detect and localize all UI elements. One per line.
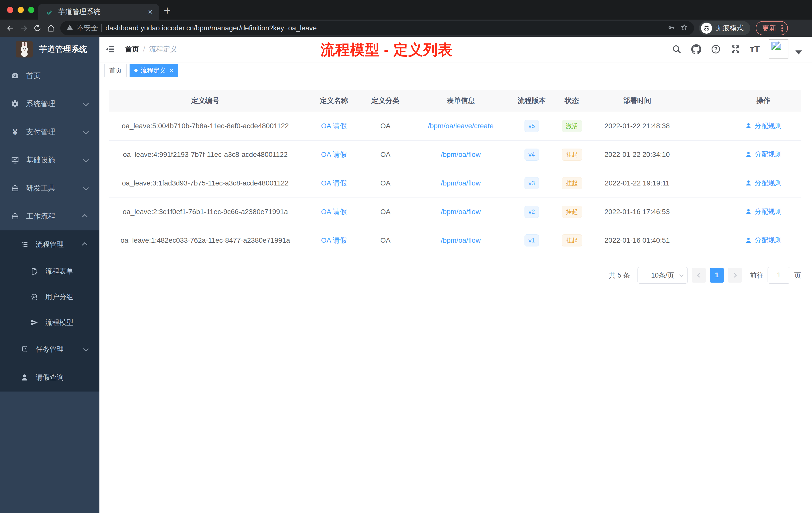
github-icon[interactable]: [691, 44, 701, 55]
sidebar-item-label: 支付管理: [26, 127, 55, 137]
sidebar-item-0[interactable]: 首页: [0, 62, 99, 90]
assign-user-icon: [745, 179, 752, 186]
assign-rule-link[interactable]: 分配规则: [745, 236, 782, 245]
avatar-dropdown-caret-icon[interactable]: [795, 51, 802, 55]
page-size-select[interactable]: 10条/页: [638, 267, 688, 283]
window-controls[interactable]: [7, 7, 34, 13]
assign-user-icon: [745, 237, 752, 244]
minimize-window-button[interactable]: [18, 7, 24, 13]
prev-page-button[interactable]: [692, 268, 706, 282]
sidebar-item-2[interactable]: ¥支付管理: [0, 118, 99, 146]
definition-category: OA: [380, 236, 390, 244]
sidebar-item-7[interactable]: 流程表单: [0, 259, 99, 284]
page-goto-input[interactable]: [767, 267, 790, 283]
sidebar-item-8[interactable]: 用户分组: [0, 284, 99, 310]
browser-menu-icon[interactable]: [781, 25, 783, 32]
user-icon: [20, 373, 29, 382]
definition-name-link[interactable]: OA 请假: [321, 151, 347, 158]
sidebar-item-3[interactable]: 基础设施: [0, 146, 99, 174]
status-badge: 激活: [562, 120, 582, 132]
table-row: oa_leave:3:1fad3d93-7b75-11ec-a3c8-acde4…: [109, 169, 801, 198]
assign-rule-label: 分配规则: [754, 121, 782, 130]
omnibox-divider: [102, 24, 102, 32]
assign-user-icon: [745, 151, 752, 158]
definition-category: OA: [380, 179, 390, 187]
definition-name-link[interactable]: OA 请假: [321, 179, 347, 187]
tag-home[interactable]: 首页: [105, 64, 126, 77]
sidebar-item-label: 流程管理: [36, 240, 64, 249]
address-bar[interactable]: 不安全 dashboard.yudao.iocoder.cn/bpm/manag…: [60, 21, 694, 35]
fullscreen-icon[interactable]: [730, 44, 741, 55]
deploy-time: 2022-01-22 20:34:10: [605, 151, 670, 158]
table-row: oa_leave:4:991f2193-7b7f-11ec-a3c8-acde4…: [109, 140, 801, 169]
tag-close-icon[interactable]: ×: [170, 67, 173, 74]
sidebar-item-9[interactable]: 流程模型: [0, 310, 99, 335]
assign-rule-label: 分配规则: [754, 178, 782, 187]
chevron-left-icon: [697, 273, 701, 277]
definition-name-link[interactable]: OA 请假: [321, 122, 347, 130]
assign-rule-label: 分配规则: [754, 207, 782, 216]
tag-process-definition[interactable]: 流程定义 ×: [129, 64, 178, 77]
assign-rule-link[interactable]: 分配规则: [745, 178, 782, 187]
definition-name-link[interactable]: OA 请假: [321, 236, 347, 244]
form-link[interactable]: /bpm/oa/flow: [441, 208, 481, 216]
app-title: 芋道管理系统: [39, 44, 87, 55]
assign-rule-link[interactable]: 分配规则: [745, 150, 782, 159]
sidebar-item-5[interactable]: 工作流程: [0, 202, 99, 231]
active-tag-dot: [134, 69, 138, 72]
next-page-button[interactable]: [728, 268, 742, 282]
back-icon[interactable]: [3, 21, 17, 35]
maximize-window-button[interactable]: [28, 7, 34, 13]
sidebar-item-11[interactable]: 请假查询: [0, 363, 99, 392]
browser-tab[interactable]: 芋道管理系统 ×: [38, 4, 159, 20]
password-key-icon[interactable]: [667, 24, 675, 33]
sidebar-item-1[interactable]: 系统管理: [0, 90, 99, 118]
browser-titlebar: 芋道管理系统 × +: [0, 0, 812, 20]
close-window-button[interactable]: [7, 7, 13, 13]
chrome-update-button[interactable]: 更新: [756, 21, 788, 35]
chevron-down-icon: [83, 185, 89, 191]
hamburger-icon[interactable]: [105, 44, 116, 55]
status-badge: 挂起: [562, 177, 582, 189]
reload-icon[interactable]: [31, 21, 44, 35]
list-tree-icon: [20, 240, 29, 249]
sidebar-item-label: 首页: [26, 71, 41, 81]
version-badge: v1: [524, 234, 539, 247]
sidebar-item-label: 请假查询: [36, 373, 64, 382]
assign-rule-link[interactable]: 分配规则: [745, 207, 782, 216]
form-link[interactable]: /bpm/oa/leave/create: [428, 122, 494, 130]
table-header-4: 流程版本: [517, 90, 546, 112]
help-question-icon[interactable]: [710, 44, 721, 55]
form-link[interactable]: /bpm/oa/flow: [441, 151, 481, 158]
assign-user-icon: [745, 208, 752, 215]
not-secure-warning-icon[interactable]: [66, 24, 73, 33]
app-logo[interactable]: 芋道管理系统: [0, 37, 99, 62]
form-link[interactable]: /bpm/oa/flow: [441, 179, 481, 187]
sidebar-item-10[interactable]: 任务管理: [0, 335, 99, 363]
table-row: oa_leave:2:3c1f0ef1-76b1-11ec-9c66-a2380…: [109, 198, 801, 226]
table-row: oa_leave:5:004b710b-7b8a-11ec-8ef0-acde4…: [109, 112, 801, 140]
sidebar-item-label: 工作流程: [26, 211, 55, 221]
home-icon[interactable]: [44, 21, 58, 35]
search-icon[interactable]: [671, 44, 682, 55]
breadcrumb-separator: /: [143, 45, 145, 53]
assign-user-icon: [745, 122, 752, 129]
sidebar-item-4[interactable]: 研发工具: [0, 174, 99, 202]
navbar: 首页 / 流程定义 流程模型 - 定义列表 ᴛT: [99, 37, 812, 62]
breadcrumb-home[interactable]: 首页: [125, 44, 139, 54]
page-1-button[interactable]: 1: [710, 268, 724, 282]
sidebar-item-6[interactable]: 流程管理: [0, 231, 99, 259]
bookmark-star-icon[interactable]: [680, 24, 688, 33]
chevron-down-icon: [83, 157, 89, 163]
sidebar-item-label: 系统管理: [26, 99, 55, 109]
font-size-icon[interactable]: ᴛT: [750, 44, 760, 55]
url-text[interactable]: dashboard.yudao.iocoder.cn/bpm/manager/d…: [106, 24, 664, 32]
tab-close-icon[interactable]: ×: [148, 8, 153, 16]
definition-name-link[interactable]: OA 请假: [321, 208, 347, 216]
assign-rule-link[interactable]: 分配规则: [745, 121, 782, 130]
forward-icon[interactable]: [17, 21, 31, 35]
avatar[interactable]: [769, 39, 788, 59]
form-link[interactable]: /bpm/oa/flow: [441, 236, 481, 244]
definition-id: oa_leave:5:004b710b-7b8a-11ec-8ef0-acde4…: [122, 122, 289, 130]
new-tab-button[interactable]: +: [164, 4, 171, 17]
